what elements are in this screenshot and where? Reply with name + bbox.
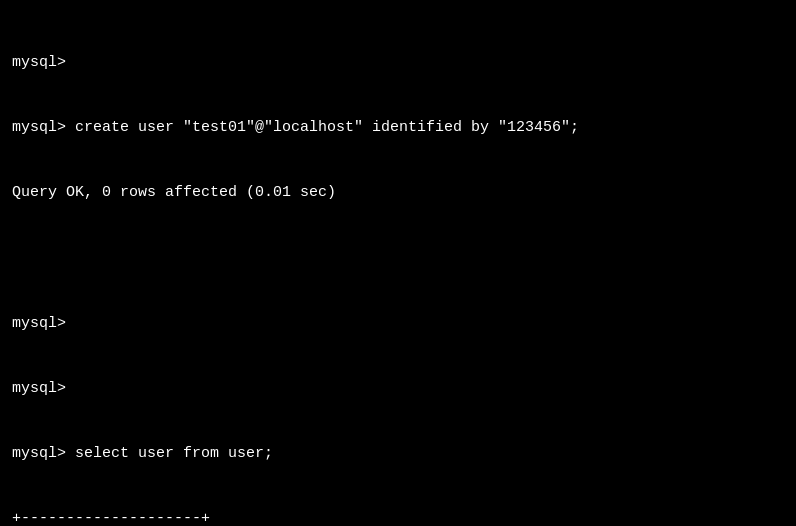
terminal-line-5: mysql> bbox=[12, 313, 784, 335]
terminal-line-2: mysql> create user "test01"@"localhost" … bbox=[12, 117, 784, 139]
empty-line-1 bbox=[12, 247, 784, 269]
prompt-1: mysql> bbox=[12, 54, 66, 71]
terminal-line-8: +--------------------+ bbox=[12, 508, 784, 526]
command-create-user: mysql> create user "test01"@"localhost" … bbox=[12, 119, 579, 136]
terminal-window: mysql> mysql> create user "test01"@"loca… bbox=[12, 8, 784, 526]
result-ok-1: Query OK, 0 rows affected (0.01 sec) bbox=[12, 184, 336, 201]
terminal-line-7: mysql> select user from user; bbox=[12, 443, 784, 465]
terminal-line-1: mysql> bbox=[12, 52, 784, 74]
terminal-line-3: Query OK, 0 rows affected (0.01 sec) bbox=[12, 182, 784, 204]
command-select-user: mysql> select user from user; bbox=[12, 445, 273, 462]
prompt-2: mysql> bbox=[12, 315, 66, 332]
table-border-top: +--------------------+ bbox=[12, 510, 210, 526]
prompt-3: mysql> bbox=[12, 380, 66, 397]
terminal-line-6: mysql> bbox=[12, 378, 784, 400]
